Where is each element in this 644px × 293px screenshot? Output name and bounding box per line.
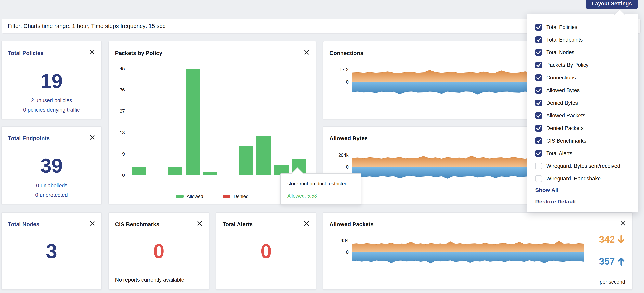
menu-item-denied-packets[interactable]: Denied Packets (527, 122, 638, 134)
checkbox-checked-icon[interactable] (535, 137, 542, 144)
menu-item-connections[interactable]: Connections (527, 71, 638, 84)
menu-item-label: Denied Packets (546, 125, 584, 131)
checkbox-checked-icon[interactable] (535, 62, 542, 68)
y-axis-tick-label: 27 (109, 108, 125, 114)
y-axis-tick-label: 9 (109, 151, 125, 157)
checkbox-checked-icon[interactable] (535, 24, 542, 31)
y-axis-tick-label: 45 (109, 66, 125, 71)
menu-item-total-nodes[interactable]: Total Nodes (527, 46, 638, 59)
menu-item-allowed-bytes[interactable]: Allowed Bytes (527, 84, 638, 97)
menu-item-label: Wireguard. Bytes sent/received (546, 163, 620, 169)
card-title: Total Alerts (222, 221, 253, 227)
cis-benchmarks-value: 0 (109, 241, 209, 261)
menu-item-packets-by-policy[interactable]: Packets By Policy (527, 59, 638, 71)
tooltip-allowed-value: Allowed: 5.58 (287, 193, 317, 199)
card-total-alerts: Total Alerts 0 (216, 212, 316, 290)
total-alerts-value: 0 (216, 241, 316, 261)
card-total-nodes: Total Nodes 3 (1, 212, 102, 290)
packets-up-rate: 357 (599, 256, 625, 267)
close-icon[interactable] (304, 220, 310, 226)
menu-item-label: Packets By Policy (546, 62, 589, 68)
checkbox-unchecked-icon[interactable] (535, 163, 542, 169)
bar-policy-6[interactable] (221, 175, 235, 175)
legend-label: Denied (234, 194, 248, 199)
menu-item-label: Total Policies (546, 24, 578, 30)
restore-default-link[interactable]: Restore Default (535, 199, 576, 205)
card-title: Total Policies (8, 50, 44, 56)
y-axis-tick-label: 17.2 (324, 67, 348, 72)
menu-item-label: Total Endpoints (546, 37, 583, 43)
menu-item-label: CIS Benchmarks (546, 138, 586, 144)
legend-swatch-icon (176, 195, 184, 198)
card-title: CIS Benchmarks (115, 221, 159, 227)
close-icon[interactable] (197, 220, 203, 226)
menu-item-label: Total Alerts (546, 150, 572, 157)
close-icon[interactable] (89, 220, 95, 226)
allowed-packets-chart: 4340 (323, 212, 632, 289)
checkbox-checked-icon[interactable] (535, 100, 542, 106)
dashboard: Layout Settings Filter: Charts time rang… (0, 0, 644, 293)
menu-item-total-alerts[interactable]: Total Alerts (527, 147, 638, 160)
menu-item-allowed-packets[interactable]: Allowed Packets (527, 109, 638, 122)
tooltip-policy-name: storefront.product.restricted (287, 181, 348, 186)
y-axis-tick-label: 0 (324, 249, 348, 255)
y-axis-tick-label: 0 (324, 164, 348, 170)
y-axis-tick-label: 434 (324, 238, 348, 243)
cis-note: No reports currently available (115, 277, 184, 283)
y-axis-tick-label: 36 (109, 87, 125, 93)
y-axis-tick-label: 0 (109, 173, 125, 178)
bar-policy-7[interactable] (239, 146, 253, 175)
layout-settings-button[interactable]: Layout Settings (586, 0, 638, 9)
bar-policy-1[interactable] (132, 167, 146, 175)
menu-caret-icon (614, 9, 625, 20)
checkbox-checked-icon[interactable] (535, 125, 542, 132)
filter-text: Filter: Charts time range: 1 hour, Time … (8, 23, 166, 29)
arrow-up-icon (617, 257, 625, 266)
menu-item-cis-benchmarks[interactable]: CIS Benchmarks (527, 134, 638, 147)
arrow-down-icon (617, 235, 625, 244)
menu-item-denied-bytes[interactable]: Denied Bytes (527, 97, 638, 109)
menu-item-total-policies[interactable]: Total Policies (527, 21, 638, 34)
unused-policies-line: 2 unused policies (2, 97, 102, 104)
card-title: Total Endpoints (8, 135, 50, 142)
total-policies-value: 19 (2, 71, 102, 91)
y-axis-tick-label: 0 (324, 79, 348, 85)
rate-down-value: 342 (599, 234, 615, 245)
menu-item-label: Total Nodes (546, 50, 574, 56)
legend-label: Allowed (187, 194, 203, 199)
card-cis-benchmarks: CIS Benchmarks 0 No reports currently av… (108, 212, 209, 290)
checkbox-checked-icon[interactable] (535, 49, 542, 56)
chart-tooltip: storefront.product.restricted Allowed: 5… (280, 173, 361, 205)
y-axis-tick-label: 204k (324, 152, 348, 158)
show-all-link[interactable]: Show All (535, 187, 558, 193)
menu-item-label: Connections (546, 75, 576, 81)
checkbox-checked-icon[interactable] (535, 37, 542, 43)
bar-policy-4[interactable] (186, 69, 200, 175)
packets-down-rate: 342 (599, 234, 625, 245)
menu-item-label: Allowed Bytes (546, 87, 580, 94)
layout-menu-items: Total PoliciesTotal EndpointsTotal Nodes… (527, 21, 638, 185)
menu-item-wireguard-bytes-sent-received[interactable]: Wireguard. Bytes sent/received (527, 160, 638, 172)
card-allowed-packets: Allowed Packets 4340 342 357 per second (323, 212, 632, 290)
checkbox-checked-icon[interactable] (535, 150, 542, 157)
checkbox-checked-icon[interactable] (535, 87, 542, 94)
close-icon[interactable] (89, 134, 95, 140)
card-total-policies: Total Policies 19 2 unused policies 0 po… (1, 41, 102, 119)
bar-policy-8[interactable] (256, 136, 270, 175)
checkbox-unchecked-icon[interactable] (535, 175, 542, 182)
bar-policy-5[interactable] (203, 172, 218, 175)
unprotected-line: 0 unprotected (2, 192, 102, 198)
bar-policy-2[interactable] (150, 175, 164, 175)
close-icon[interactable] (89, 49, 95, 55)
layout-settings-menu: Total PoliciesTotal EndpointsTotal Nodes… (527, 14, 638, 212)
rate-up-value: 357 (599, 256, 615, 267)
y-axis-tick-label: 18 (109, 130, 125, 135)
checkbox-checked-icon[interactable] (535, 74, 542, 81)
menu-item-wireguard-handshake[interactable]: Wireguard. Handshake (527, 172, 638, 185)
bar-policy-3[interactable] (168, 167, 182, 175)
card-title: Total Nodes (8, 221, 40, 227)
checkbox-checked-icon[interactable] (535, 112, 542, 119)
menu-item-total-endpoints[interactable]: Total Endpoints (527, 34, 638, 46)
legend-swatch-icon (223, 195, 230, 198)
denying-policies-line: 0 policies denying traffic (2, 107, 102, 113)
